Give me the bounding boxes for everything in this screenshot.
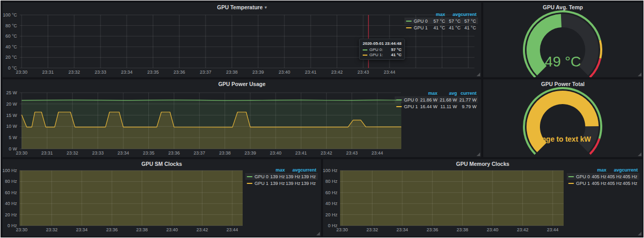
- panel-resize-handle[interactable]: [316, 232, 320, 235]
- svg-text:20 °C: 20 °C: [5, 55, 17, 60]
- legend-series-gpu-1[interactable]: GPU 1: [247, 181, 269, 186]
- legend-series-gpu-1[interactable]: GPU 1: [396, 104, 418, 109]
- panel-title-gpu-temperature[interactable]: GPU Temperature▾: [3, 4, 481, 10]
- panel-resize-handle[interactable]: [638, 73, 641, 76]
- panel-title-gpu-sm-clocks[interactable]: GPU SM Clocks: [3, 161, 321, 167]
- grafana-dashboard: GPU Temperature▾ 0 °C20 °C40 °C60 °C80 °…: [1, 1, 643, 237]
- svg-text:23:42: 23:42: [196, 227, 208, 232]
- series-color-dash-icon: [363, 55, 367, 56]
- legend-value: 139 Hz: [269, 181, 285, 186]
- series-color-dash-icon: [406, 21, 412, 22]
- legend-value: 139 Hz: [300, 174, 316, 179]
- legend-header-current[interactable]: current: [461, 12, 477, 17]
- svg-text:23:42: 23:42: [331, 70, 343, 75]
- legend-series-gpu-0[interactable]: GPU 0: [247, 174, 269, 179]
- svg-text:23:44: 23:44: [371, 150, 383, 156]
- series-color-dash-icon: [568, 176, 574, 177]
- panel-title-gpu-power-total[interactable]: GPU Power Total: [483, 81, 642, 87]
- svg-text:60 Hz: 60 Hz: [325, 190, 337, 195]
- svg-text:23:34: 23:34: [117, 150, 129, 156]
- legend-series-gpu-0[interactable]: GPU 0: [396, 97, 418, 103]
- legend-row: GPU 1139 Hz139 Hz139 Hz: [245, 180, 318, 186]
- tooltip-series-value: 41 °C: [386, 53, 401, 57]
- svg-text:23:44: 23:44: [227, 227, 239, 232]
- legend-row: GPU 021.86 W21.68 W21.77 W: [395, 96, 478, 103]
- legend-series-gpu-1[interactable]: GPU 1: [406, 25, 430, 30]
- tooltip-timestamp: 2020-05-01 23:44:48: [363, 41, 401, 46]
- legend-header-max[interactable]: max: [418, 91, 437, 96]
- legend-series-label: GPU 0: [576, 174, 590, 179]
- legend-row: GPU 1405 Hz405 Hz405 Hz: [567, 180, 639, 186]
- legend-header-max[interactable]: max: [430, 12, 445, 17]
- legend-series-gpu-0[interactable]: GPU 0: [568, 174, 591, 179]
- svg-text:23:40: 23:40: [270, 150, 282, 156]
- legend-series-gpu-0[interactable]: GPU 0: [406, 19, 430, 24]
- legend-series-label: GPU 1: [404, 104, 418, 109]
- legend-row: GPU 0405 Hz405 Hz405 Hz: [567, 173, 639, 180]
- legend-series-gpu-1[interactable]: GPU 1: [568, 181, 591, 186]
- legend-series-label: GPU 0: [414, 19, 428, 24]
- legend-row: GPU 141 °C41 °C41 °C: [404, 24, 478, 31]
- svg-text:20 Hz: 20 Hz: [325, 212, 337, 217]
- panel-gpu-power-total: GPU Power Total range to text kW: [483, 79, 642, 157]
- legend-header-current[interactable]: current: [457, 91, 477, 96]
- legend-header-avg[interactable]: avg: [606, 167, 622, 173]
- panel-title-gpu-power-usage[interactable]: GPU Power Usage: [3, 81, 481, 87]
- svg-text:23:34: 23:34: [76, 227, 88, 232]
- legend-header-max[interactable]: max: [591, 167, 606, 173]
- legend-value: 405 Hz: [622, 174, 637, 179]
- legend-value: 139 Hz: [300, 181, 316, 186]
- panel-title-text: GPU Power Usage: [218, 81, 266, 87]
- legend-header-avg[interactable]: avg: [437, 91, 457, 96]
- svg-text:40 °C: 40 °C: [5, 44, 17, 49]
- svg-text:23:32: 23:32: [46, 227, 58, 232]
- svg-text:15 W: 15 W: [6, 113, 18, 118]
- tooltip-row: GPU 1:41 °C: [363, 53, 401, 57]
- panel-title-gpu-memory-clocks[interactable]: GPU Memory Clocks: [323, 161, 642, 167]
- svg-text:23:30: 23:30: [16, 227, 28, 232]
- svg-text:23:32: 23:32: [66, 150, 78, 156]
- panel-resize-handle[interactable]: [477, 73, 480, 76]
- svg-text:60 Hz: 60 Hz: [5, 190, 17, 195]
- svg-text:100 Hz: 100 Hz: [323, 168, 337, 173]
- svg-text:23:43: 23:43: [358, 70, 369, 75]
- svg-text:40 Hz: 40 Hz: [325, 201, 337, 206]
- legend-series-label: GPU 0: [404, 97, 418, 103]
- gpu-power-total-gauge: [483, 79, 642, 157]
- legend-value: 139 Hz: [285, 174, 300, 179]
- series-color-dash-icon: [406, 27, 412, 28]
- legend-value: 41 °C: [445, 25, 461, 30]
- legend-header-avg[interactable]: avg: [285, 167, 300, 173]
- svg-text:23:40: 23:40: [166, 227, 178, 232]
- legend-header-max[interactable]: max: [269, 167, 285, 173]
- panel-resize-handle[interactable]: [477, 152, 480, 156]
- chart-tooltip: 2020-05-01 23:44:48 GPU 0:57 °CGPU 1:41 …: [359, 39, 405, 60]
- legend-header-current[interactable]: current: [300, 167, 316, 173]
- svg-text:80 Hz: 80 Hz: [325, 179, 337, 184]
- svg-text:23:40: 23:40: [487, 227, 499, 232]
- svg-text:23:33: 23:33: [92, 150, 104, 156]
- legend-series-label: GPU 1: [255, 181, 268, 186]
- legend-row: GPU 057 °C57 °C57 °C: [404, 18, 478, 24]
- series-color-dash-icon: [568, 183, 574, 184]
- svg-text:10 W: 10 W: [6, 124, 18, 129]
- legend-row: GPU 0139 Hz139 Hz139 Hz: [245, 173, 318, 180]
- series-color-dash-icon: [247, 176, 252, 177]
- legend-gpu-temperature: maxavgcurrentGPU 057 °C57 °C57 °CGPU 141…: [404, 11, 478, 31]
- svg-text:23:38: 23:38: [226, 70, 238, 75]
- svg-text:23:35: 23:35: [147, 70, 159, 75]
- legend-header-current[interactable]: current: [622, 167, 638, 173]
- tooltip-row: GPU 0:57 °C: [363, 47, 401, 52]
- panel-title-text: GPU SM Clocks: [142, 161, 182, 167]
- legend-value: 9.79 W: [457, 104, 477, 109]
- svg-text:23:42: 23:42: [517, 227, 529, 232]
- svg-text:80 °C: 80 °C: [5, 23, 17, 28]
- svg-text:23:44: 23:44: [384, 70, 396, 75]
- legend-header-avg[interactable]: avg: [445, 12, 461, 17]
- panel-resize-handle[interactable]: [638, 152, 641, 156]
- panel-gpu-temperature: GPU Temperature▾ 0 °C20 °C40 °C60 °C80 °…: [3, 3, 481, 77]
- panel-resize-handle[interactable]: [638, 232, 641, 235]
- gauge-value: range to text kW: [483, 135, 642, 143]
- svg-text:23:38: 23:38: [136, 227, 148, 232]
- panel-title-gpu-avg-temp[interactable]: GPU Avg. Temp: [483, 4, 642, 10]
